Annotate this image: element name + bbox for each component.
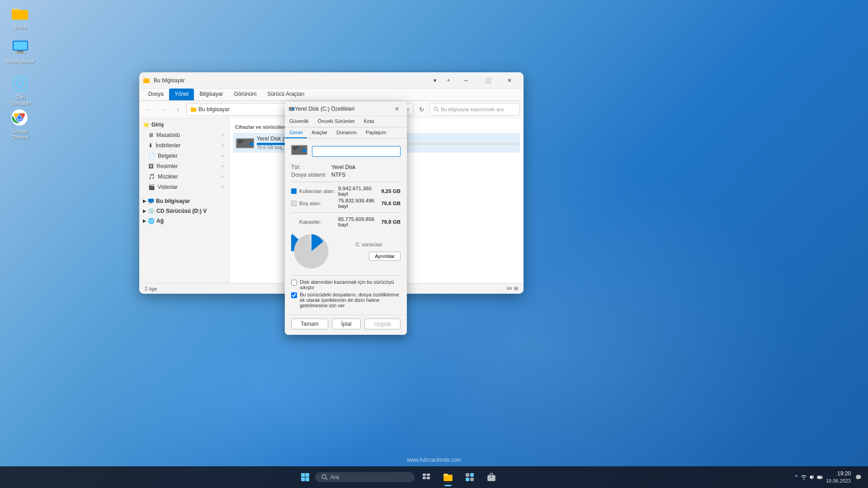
svg-line-17 [437, 110, 439, 112]
maximize-btn[interactable]: ⬜ [477, 73, 498, 88]
ok-button[interactable]: Tamam [291, 319, 328, 329]
free-bytes: 75.832.938.496 bayt [338, 198, 378, 209]
minimize-btn[interactable]: ─ [456, 73, 476, 88]
divider-3 [291, 275, 401, 276]
svg-point-25 [250, 142, 253, 146]
add-tab-btn[interactable]: ＋ [442, 73, 455, 88]
battery-icon[interactable] [817, 474, 823, 480]
compress-label: Disk alanından kazanmak için bu sürücüyü… [300, 279, 401, 290]
svg-rect-40 [423, 474, 426, 476]
svg-rect-45 [443, 474, 448, 476]
ag-expand-icon: ▶ [143, 219, 146, 223]
free-row: Boş alan: 75.832.938.496 bayt 70,6 GB [291, 198, 401, 209]
view-toggle: ≡≡ ⊞ [506, 286, 518, 291]
index-checkbox[interactable] [291, 292, 297, 298]
icon-label-geri-donusum: Geri Dönüşüm [5, 94, 36, 106]
free-label: Boş alan: [299, 201, 335, 206]
compress-checkbox[interactable] [291, 280, 297, 286]
apply-button[interactable]: Uygula [364, 319, 400, 329]
svg-rect-48 [466, 478, 469, 481]
svg-line-39 [326, 478, 327, 479]
desktop-icon-bu-bilgisayar[interactable]: Bu bilgisayar [5, 38, 36, 64]
sidebar-item-indirilenler[interactable]: ⬇ İndirilenler ↗ [141, 141, 227, 150]
search-placeholder: Bu bilgisayar klasöründe ara [441, 107, 504, 112]
refresh-btn[interactable]: ↻ [415, 103, 428, 116]
sidebar-nav-bu-bilgisayar[interactable]: ▶ Bu bilgisayar [139, 196, 229, 206]
clock-date: 18.06.2023 [826, 478, 851, 484]
capacity-human: 79,8 GB [381, 219, 401, 225]
svg-rect-30 [293, 147, 298, 148]
search-box[interactable]: Bu bilgisayar klasöründe ara [429, 103, 520, 116]
taskbar-right: ⌃ 19:20 18.06.2023 💬 [794, 470, 863, 484]
tab-genel[interactable]: Genel [285, 127, 307, 138]
divider-1 [291, 182, 401, 182]
capacity-bytes: 85.775.609.856 bayt [338, 216, 378, 227]
collapse-btn[interactable]: ▾ [429, 73, 441, 88]
desktop-icon-google-chrome[interactable]: Google Chrome [4, 108, 35, 140]
sidebar-item-giris[interactable]: ⭐ Giriş [139, 120, 229, 130]
sidebar-nav-ag[interactable]: ▶ 🌐 Ağ [139, 216, 229, 226]
cd-icon: 💿 [148, 208, 155, 214]
tab-kota[interactable]: Kota [359, 116, 379, 127]
ribbon-tab-bilgisayar[interactable]: Bilgisayar [194, 89, 228, 100]
taskbar-clock[interactable]: 19:20 18.06.2023 [826, 470, 851, 484]
tile-view-btn[interactable]: ⊞ [514, 286, 518, 291]
svg-rect-31 [293, 149, 297, 150]
tab-paylasim[interactable]: Paylaşım [361, 127, 391, 138]
capacity-row: Kapasite: 85.775.609.856 bayt 79,8 GB [291, 216, 401, 227]
widgets-icon [465, 473, 474, 482]
address-dropdown[interactable]: ▾ [407, 107, 409, 112]
tab-araclar[interactable]: Araçlar [307, 127, 332, 138]
taskbar-explorer-btn[interactable] [438, 467, 458, 487]
close-btn[interactable]: ✕ [499, 73, 520, 88]
sidebar-item-masaustu[interactable]: 🖥 Masaüstü ↗ [141, 130, 227, 140]
desktop-icon-geri-donusum[interactable]: Geri Dönüşüm [5, 75, 36, 106]
taskbar-center: Ara [5, 467, 794, 487]
dialog-title: Yerel Disk (C:) Özellikleri [295, 106, 391, 112]
back-btn[interactable]: ← [143, 103, 156, 116]
titlebar-controls: ▾ ＋ ─ ⬜ ✕ [429, 73, 520, 88]
task-view-btn[interactable] [416, 467, 436, 487]
sidebar-item-videolar[interactable]: 🎬 Videolar ↗ [141, 182, 227, 192]
disk-icon-large [291, 143, 307, 160]
up-btn[interactable]: ↑ [172, 103, 184, 116]
used-bytes: 9.942.671.360 bayt [338, 186, 378, 197]
sidebar-item-belgeler[interactable]: 📄 Belgeler ↗ [141, 151, 227, 161]
ribbon-tab-dosya[interactable]: Dosya [143, 89, 169, 100]
tab-donanim[interactable]: Donanım [332, 127, 361, 138]
masaustu-icon: 🖥 [148, 132, 154, 138]
explorer-sidebar: ⭐ Giriş 🖥 Masaüstü ↗ ⬇ İndirilenler ↗ 📄 … [139, 118, 230, 283]
sidebar-nav-cd[interactable]: ▶ 💿 CD Sürücüsü (D:) V [139, 206, 229, 216]
network-icon[interactable] [801, 474, 807, 480]
taskbar-store-btn[interactable] [481, 467, 501, 487]
ag-icon: 🌐 [148, 218, 155, 224]
cancel-button[interactable]: İptal [332, 319, 361, 329]
sidebar-item-resimler[interactable]: 🖼 Resimler ↗ [141, 161, 227, 171]
ribbon-tab-surucu[interactable]: Sürücü Araçları [262, 89, 310, 100]
dialog-close-btn[interactable]: ✕ [391, 103, 403, 115]
chevron-icon[interactable]: ⌃ [794, 474, 799, 481]
taskbar-search[interactable]: Ara [315, 472, 415, 482]
notification-btn[interactable]: 💬 [854, 474, 863, 481]
resimler-icon: 🖼 [148, 163, 154, 169]
chrome-icon [10, 108, 28, 127]
ayrintılar-button[interactable]: Ayrıntılar [369, 252, 401, 261]
list-view-btn[interactable]: ≡≡ [506, 286, 512, 291]
properties-dialog[interactable]: Yerel Disk (C:) Özellikleri ✕ Güvenlik Ö… [285, 102, 407, 335]
tab-onceki[interactable]: Önceki Sürümler [313, 116, 359, 127]
fs-value: NTFS [331, 172, 345, 178]
forward-btn[interactable]: → [157, 103, 170, 116]
sidebar-item-muzikler[interactable]: 🎵 Müzikler ↗ [141, 172, 227, 182]
explorer-title: Bu bilgisayar [154, 77, 185, 84]
ribbon-tab-yonet[interactable]: Yönet [169, 89, 194, 100]
start-button[interactable] [297, 469, 313, 485]
svg-rect-42 [423, 477, 426, 479]
taskbar-widgets-btn[interactable] [460, 467, 480, 487]
desktop-icon-emre[interactable]: Emre [5, 5, 36, 30]
volume-icon[interactable] [809, 474, 815, 480]
tab-guvenlik[interactable]: Güvenlik [285, 116, 313, 127]
fs-row: Dosya sistemi: NTFS [291, 172, 401, 178]
disk-name-input[interactable] [312, 146, 401, 157]
ribbon-tab-gorunum[interactable]: Görünüm [228, 89, 262, 100]
explorer-ribbon: Dosya Yönet Bilgisayar Görünüm Sürücü Ar… [139, 89, 524, 101]
